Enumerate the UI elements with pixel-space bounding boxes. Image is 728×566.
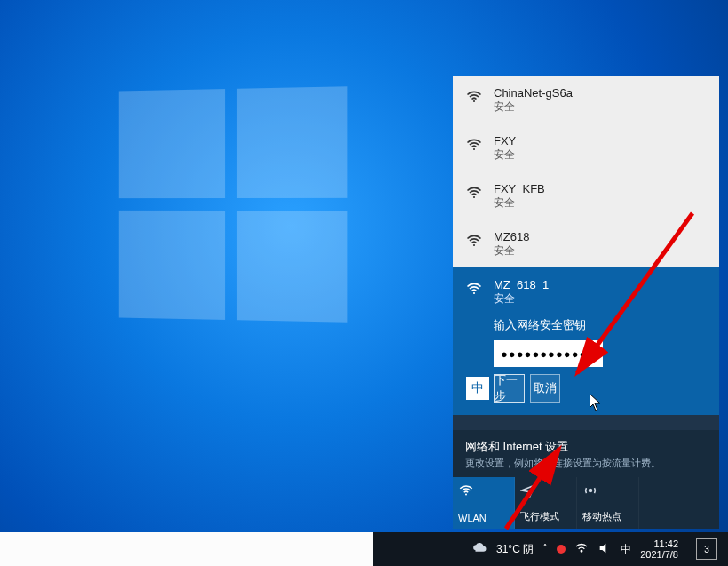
- quick-action-wlan[interactable]: WLAN: [453, 477, 515, 529]
- wifi-icon: [465, 136, 483, 154]
- quick-action-label: 移动热点: [582, 510, 633, 523]
- cancel-button[interactable]: 取消: [530, 374, 561, 403]
- password-input[interactable]: ●●●●●●●●●●●●: [494, 340, 603, 367]
- clock-date: 2021/7/8: [640, 549, 678, 560]
- network-name: ChinaNet-gS6a: [494, 86, 573, 100]
- airplane-icon: [520, 482, 571, 498]
- network-status: 安全: [494, 243, 529, 259]
- recording-indicator-icon[interactable]: [557, 545, 566, 554]
- settings-desc: 更改设置，例如将某连接设置为按流量计费。: [465, 457, 707, 470]
- tray-chevron-up-icon[interactable]: ˄: [542, 543, 548, 555]
- clock-time: 11:42: [640, 538, 678, 549]
- wifi-icon: [465, 232, 483, 250]
- network-flyout: ChinaNet-gS6a 安全 FXY 安全 FXY_KFB 安全: [453, 76, 719, 529]
- network-status: 安全: [494, 291, 549, 307]
- quick-action-airplane[interactable]: 飞行模式: [515, 477, 577, 529]
- network-list: ChinaNet-gS6a 安全 FXY 安全 FXY_KFB 安全: [453, 76, 719, 430]
- taskbar-clock[interactable]: 11:42 2021/7/8: [640, 538, 682, 560]
- svg-point-1: [473, 148, 475, 150]
- wifi-icon: [465, 280, 483, 298]
- weather-icon[interactable]: [471, 540, 487, 559]
- reveal-password-icon[interactable]: [582, 347, 596, 363]
- network-item[interactable]: ChinaNet-gS6a 安全: [453, 76, 719, 124]
- svg-point-3: [473, 244, 475, 246]
- mouse-cursor-icon: [590, 394, 604, 411]
- ime-indicator[interactable]: 中: [465, 376, 490, 401]
- svg-point-0: [473, 100, 475, 102]
- weather-text[interactable]: 31°C 阴: [496, 542, 534, 557]
- svg-point-10: [581, 550, 582, 552]
- password-prompt-label: 输入网络安全密钥: [494, 317, 586, 333]
- quick-action-label: 飞行模式: [520, 510, 571, 523]
- hotspot-icon: [582, 482, 633, 498]
- quick-action-label: WLAN: [458, 513, 509, 523]
- tray-speaker-icon[interactable]: [597, 541, 612, 558]
- wifi-icon: [465, 88, 483, 106]
- network-item[interactable]: FXY 安全: [453, 124, 719, 171]
- svg-point-4: [473, 292, 475, 294]
- network-settings-link[interactable]: 网络和 Internet 设置 更改设置，例如将某连接设置为按流量计费。: [453, 430, 719, 477]
- svg-point-2: [473, 196, 475, 198]
- tray-ime-indicator[interactable]: 中: [621, 542, 631, 557]
- notification-center-icon[interactable]: 3: [696, 538, 717, 560]
- network-status: 安全: [494, 147, 516, 163]
- svg-point-5: [587, 352, 590, 355]
- network-name: FXY: [494, 134, 516, 147]
- wifi-icon: [465, 184, 483, 202]
- network-item[interactable]: MZ618 安全: [453, 219, 719, 267]
- network-name: MZ_618_1: [494, 278, 549, 291]
- network-status: 安全: [494, 100, 573, 115]
- svg-point-7: [590, 490, 592, 492]
- windows-logo: [119, 86, 348, 322]
- network-name: FXY_KFB: [494, 182, 545, 195]
- taskbar-left: [0, 532, 373, 566]
- quick-action-hotspot[interactable]: 移动热点: [577, 477, 639, 529]
- system-tray: 31°C 阴 ˄ 中 11:42 2021/7/8 3: [466, 532, 728, 566]
- network-status: 安全: [494, 195, 545, 211]
- network-item[interactable]: FXY_KFB 安全: [453, 171, 719, 219]
- tray-wifi-icon[interactable]: [574, 541, 589, 558]
- taskbar: 31°C 阴 ˄ 中 11:42 2021/7/8 3: [0, 532, 728, 566]
- network-item-selected[interactable]: MZ_618_1 安全 输入网络安全密钥 ●●●●●●●●●●●● 中 下一步 …: [453, 267, 719, 415]
- quick-actions: WLAN 飞行模式 移动热点: [453, 477, 719, 529]
- network-name: MZ618: [494, 230, 529, 243]
- notification-badge: 3: [704, 545, 709, 554]
- settings-title: 网络和 Internet 设置: [465, 439, 707, 455]
- svg-point-6: [465, 494, 467, 496]
- next-button[interactable]: 下一步: [494, 374, 525, 403]
- wifi-icon: [458, 482, 509, 498]
